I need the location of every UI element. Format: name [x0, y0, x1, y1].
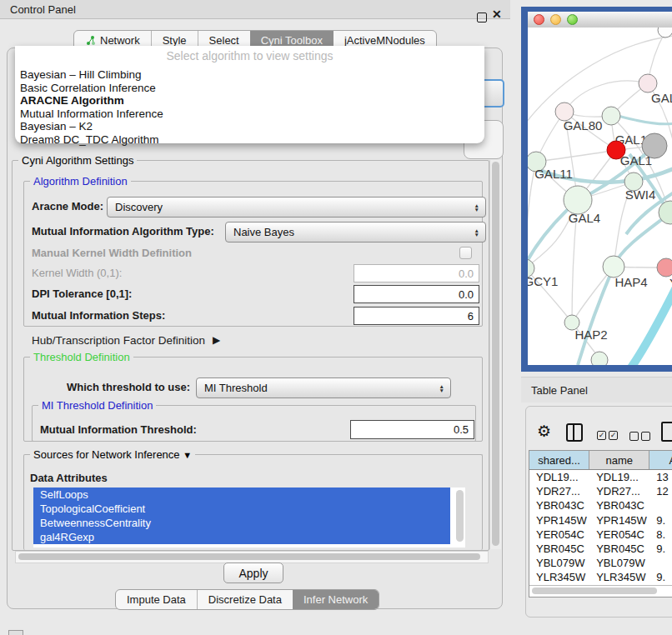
cyni-settings-legend: Cyni Algorithm Settings	[18, 154, 137, 167]
node-label: GAL11	[534, 167, 573, 181]
which-threshold-label: Which threshold to use:	[67, 378, 190, 397]
algorithm-option[interactable]: Bayesian – K2	[15, 120, 484, 133]
algorithm-option[interactable]: ARACNE Algorithm	[15, 94, 484, 108]
dpi-tolerance-input[interactable]: 0.0	[354, 285, 479, 303]
column-header[interactable]: name	[589, 451, 649, 469]
spinner-arrows-icon: ▲▼	[474, 203, 479, 212]
tab-discretize-data[interactable]: Discretize Data	[197, 590, 293, 609]
node-label: SWI4	[625, 188, 656, 202]
table-hscrollbar[interactable]	[529, 585, 672, 597]
network-node-gal4[interactable]	[564, 186, 592, 214]
table-row[interactable]: YDL19...YDL19...13	[529, 470, 672, 484]
close-icon[interactable]: ✕	[492, 10, 502, 18]
hide-columns-icon[interactable]: ✓✓	[629, 427, 653, 442]
export-table-icon[interactable]	[661, 422, 672, 442]
algorithm-dropdown[interactable]: Select algorithm to view settings Bayesi…	[15, 46, 484, 143]
mi-type-select[interactable]: Naive Bayes ▲▼	[225, 222, 486, 242]
hub-definition-toggle[interactable]: Hub/Transcription Factor Definition ▶	[32, 332, 220, 348]
expanded-arrow-icon: ▼	[183, 450, 192, 460]
threshold-definition-legend: Threshold Definition	[30, 351, 133, 363]
zoom-traffic-light-icon[interactable]	[567, 14, 578, 25]
network-edge	[618, 116, 672, 124]
columns-icon[interactable]	[566, 423, 583, 442]
network-node[interactable]	[658, 28, 672, 38]
network-node-y[interactable]	[657, 258, 672, 277]
aracne-mode-label: Aracne Mode:	[32, 197, 103, 216]
aracne-mode-select[interactable]: Discovery ▲▼	[107, 197, 486, 218]
settings-hscrollbar[interactable]	[15, 551, 489, 563]
table-panel-title: Table Panel	[531, 384, 588, 397]
manual-kernel-label: Manual Kernel Width Definition	[32, 246, 192, 259]
node-label: HAP2	[574, 328, 607, 342]
kernel-width-input[interactable]: 0.0	[354, 264, 479, 282]
tab-impute-data[interactable]: Impute Data	[116, 590, 197, 609]
mi-threshold-input[interactable]: 0.5	[350, 420, 474, 439]
minimize-traffic-light-icon[interactable]	[550, 14, 561, 25]
control-panel-title: Control Panel	[10, 3, 76, 16]
collapsed-arrow-icon: ▶	[213, 334, 220, 346]
network-edge	[564, 81, 648, 112]
tab-infer-network[interactable]: Infer Network	[293, 590, 379, 609]
attribute-item[interactable]: gal4RGexp	[33, 530, 450, 544]
mi-steps-label: Mutual Information Steps:	[32, 307, 165, 324]
table-row[interactable]: YBL079WYBL079W	[529, 556, 672, 570]
network-edge	[536, 150, 616, 162]
which-threshold-select[interactable]: MI Threshold ▲▼	[196, 378, 451, 398]
table-row[interactable]: YLR345WYLR345W9.	[529, 570, 672, 584]
column-header[interactable]: A	[649, 451, 672, 469]
bottom-tabs: Impute DataDiscretize DataInfer Network	[115, 589, 379, 610]
node-label: GAL1	[620, 153, 652, 168]
network-node-gal[interactable]	[639, 74, 657, 92]
spinner-arrows-icon: ▲▼	[474, 228, 479, 237]
close-traffic-light-icon[interactable]	[534, 14, 544, 25]
mi-threshold-legend: MI Threshold Definition	[38, 399, 156, 412]
table-row[interactable]: YBR045CYBR045C9.	[529, 542, 672, 556]
manual-kernel-checkbox[interactable]	[459, 247, 472, 259]
mi-type-label: Mutual Information Algorithm Type:	[32, 222, 214, 241]
kernel-width-label: Kernel Width (0,1):	[32, 264, 122, 282]
algorithm-option[interactable]: Mutual Information Inference	[15, 108, 484, 121]
attribute-item[interactable]: TopologicalCoefficient	[33, 502, 450, 516]
node-table[interactable]: shared...nameA YDL19...YDL19...13YDR27..…	[529, 450, 672, 598]
window-fragment	[8, 630, 23, 635]
algorithm-definition-legend: Algorithm Definition	[30, 175, 131, 188]
node-label: GAL80	[564, 118, 603, 132]
network-window-titlebar[interactable]	[528, 12, 672, 28]
apply-button[interactable]: Apply	[223, 562, 283, 583]
algorithm-option[interactable]: Basic Correlation Inference	[15, 82, 484, 95]
dpi-tolerance-label: DPI Tolerance [0,1]:	[32, 285, 132, 302]
spinner-arrows-icon: ▲▼	[439, 384, 444, 392]
sources-legend[interactable]: Sources for Network Inference ▼	[30, 448, 195, 461]
mi-steps-input[interactable]: 6	[354, 307, 479, 325]
network-icon	[85, 35, 96, 46]
table-row[interactable]: YDR27...YDR27...12	[529, 484, 672, 498]
network-edge	[578, 267, 614, 365]
node-label: GAL	[651, 91, 672, 105]
algorithm-dropdown-hint: Select algorithm to view settings	[15, 46, 484, 64]
node-label: HAP4	[614, 275, 647, 289]
table-row[interactable]: YER054CYER054C8.	[529, 528, 672, 542]
data-attributes-list[interactable]: SelfLoopsTopologicalCoefficientBetweenne…	[33, 488, 465, 548]
data-attributes-label: Data Attributes	[30, 471, 108, 484]
show-columns-icon[interactable]: ✓✓	[597, 426, 620, 441]
table-row[interactable]: YPR145WYPR145W9.	[529, 513, 672, 528]
table-row[interactable]: YBR043CYBR043C	[529, 498, 672, 512]
algorithm-option[interactable]: Bayesian – Hill Climbing	[15, 68, 484, 82]
algorithm-option[interactable]: Dream8 DC_TDC Algorithm	[15, 133, 484, 147]
gear-icon[interactable]: ⚙	[537, 422, 551, 441]
list-scrollbar-thumb[interactable]	[456, 490, 464, 542]
float-icon[interactable]	[477, 11, 487, 26]
mi-threshold-label: Mutual Information Threshold:	[40, 420, 197, 438]
network-canvas[interactable]: GALGAL80GAL10GAL1GAL11SWI4GAL4GCY1HAP4YH…	[528, 28, 672, 365]
attribute-item[interactable]: BetweennessCentrality	[33, 516, 450, 530]
network-edge	[631, 284, 672, 365]
column-header[interactable]: shared...	[529, 451, 589, 469]
node-label: GAL4	[569, 211, 600, 225]
node-label: GCY1	[528, 274, 558, 288]
attribute-item[interactable]: SelfLoops	[33, 488, 450, 502]
control-panel-titlebar: Control Panel ✕	[0, 0, 510, 19]
network-node-gal10[interactable]	[602, 107, 620, 125]
network-node[interactable]	[591, 352, 608, 365]
table-panel-titlebar: Table Panel	[521, 377, 672, 402]
settings-scrollbar[interactable]	[489, 160, 501, 549]
